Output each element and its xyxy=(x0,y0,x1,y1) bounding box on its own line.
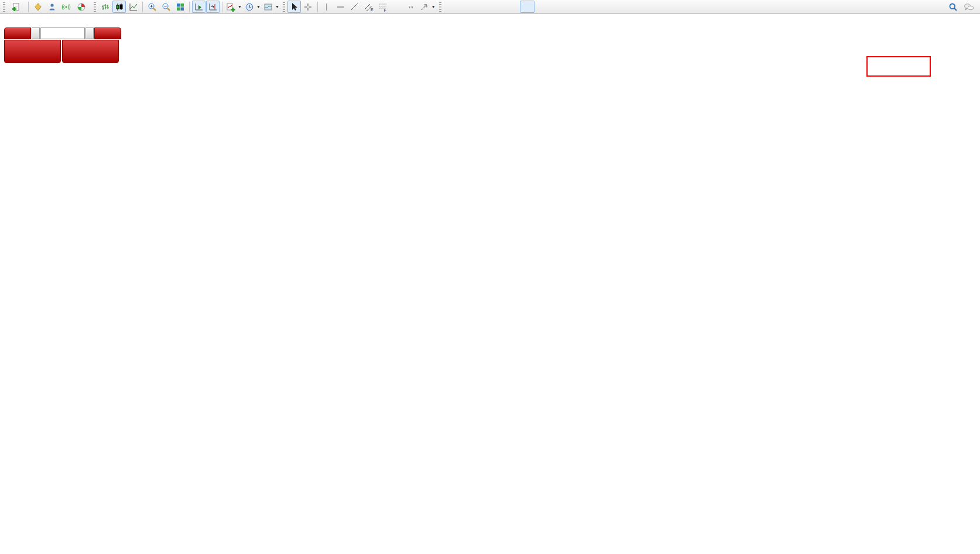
crosshair-icon xyxy=(303,2,313,12)
zoom-out-button[interactable] xyxy=(159,1,173,13)
auto-scroll-icon xyxy=(194,2,204,12)
timeframe-h1-button[interactable] xyxy=(505,1,519,13)
horizontal-line-icon xyxy=(336,2,345,12)
zoom-in-button[interactable] xyxy=(145,1,159,13)
autotrade-icon xyxy=(77,2,86,12)
signals-button[interactable] xyxy=(59,1,73,13)
vertical-line-button[interactable] xyxy=(320,1,334,13)
dropdown-caret[interactable]: ▼ xyxy=(256,5,261,9)
label-tool-button[interactable] xyxy=(405,1,418,13)
timeframe-m5-button[interactable] xyxy=(459,1,474,13)
autotrade-button[interactable] xyxy=(73,1,91,13)
chart-canvas[interactable] xyxy=(0,0,980,554)
clock-icon xyxy=(245,2,254,12)
timeframe-d1-button[interactable] xyxy=(535,1,550,13)
cursor-icon xyxy=(289,2,299,12)
dropdown-caret[interactable]: ▼ xyxy=(275,5,279,9)
price-callout-label[interactable] xyxy=(866,56,931,77)
text-tool-button[interactable] xyxy=(390,1,404,13)
bar-chart-button[interactable] xyxy=(98,1,112,13)
person-icon xyxy=(47,2,57,12)
volume-decrease-button[interactable] xyxy=(32,27,40,39)
sell-price-button[interactable] xyxy=(4,40,61,63)
channel-icon: E xyxy=(364,2,374,12)
toolbar-separator xyxy=(189,2,190,12)
profiles-button[interactable] xyxy=(31,1,44,13)
toolbar-separator xyxy=(317,2,318,12)
toolbar-separator xyxy=(28,2,29,12)
signal-icon xyxy=(61,2,71,12)
tile-windows-button[interactable] xyxy=(173,1,187,13)
buy-button[interactable] xyxy=(94,27,121,39)
timeframe-m1-button[interactable] xyxy=(444,1,458,13)
toolbar-grip[interactable] xyxy=(283,2,285,12)
timeframe-h4-button[interactable] xyxy=(520,1,534,13)
account-button[interactable] xyxy=(45,1,59,13)
auto-scroll-button[interactable] xyxy=(192,1,205,13)
new-order-button[interactable] xyxy=(8,1,26,13)
toolbar-separator xyxy=(142,2,143,12)
svg-text:F: F xyxy=(384,7,387,12)
chart-shift-button[interactable] xyxy=(206,1,220,13)
timeframe-w1-button[interactable] xyxy=(550,1,565,13)
arrow-shape-icon xyxy=(420,2,429,12)
volume-input[interactable] xyxy=(40,27,85,39)
horizontal-line-button[interactable] xyxy=(334,1,348,13)
arrows-button[interactable]: ▼ xyxy=(419,1,437,13)
indicators-icon xyxy=(226,2,235,12)
fibonacci-button[interactable]: F xyxy=(376,1,390,13)
diamond-icon xyxy=(33,2,43,12)
trendline-icon xyxy=(350,2,359,12)
search-button[interactable] xyxy=(946,1,960,13)
search-icon xyxy=(948,2,958,12)
toolbar-grip[interactable] xyxy=(439,2,441,12)
timeframe-m30-button[interactable] xyxy=(489,1,504,13)
toolbar-grip[interactable] xyxy=(3,2,5,12)
one-click-panel xyxy=(4,27,121,63)
indicators-button[interactable]: ▼ xyxy=(225,1,243,13)
svg-text:E: E xyxy=(371,8,374,12)
template-icon xyxy=(263,2,273,12)
periods-button[interactable]: ▼ xyxy=(244,1,262,13)
crosshair-button[interactable] xyxy=(301,1,315,13)
line-chart-button[interactable] xyxy=(126,1,140,13)
toolbar-separator xyxy=(222,2,222,12)
sell-button[interactable] xyxy=(4,27,31,39)
zoom-out-icon xyxy=(162,2,171,12)
cursor-button[interactable] xyxy=(287,1,301,13)
timeframe-mn-button[interactable] xyxy=(566,1,580,13)
volume-increase-button[interactable] xyxy=(85,27,94,39)
new-order-icon xyxy=(11,2,20,12)
toolbar: ▼ ▼ ▼ E F ▼ xyxy=(0,0,980,14)
label-tool-icon xyxy=(409,6,413,8)
toolbar-grip[interactable] xyxy=(94,2,96,12)
zoom-in-icon xyxy=(148,2,157,12)
templates-button[interactable]: ▼ xyxy=(262,1,280,13)
chat-icon xyxy=(964,2,974,12)
trendline-button[interactable] xyxy=(348,1,362,13)
community-button[interactable] xyxy=(962,1,975,13)
vertical-line-icon xyxy=(322,2,331,12)
timeframe-m15-button[interactable] xyxy=(474,1,489,13)
dropdown-caret[interactable]: ▼ xyxy=(238,5,242,9)
line-chart-icon xyxy=(129,2,138,12)
dropdown-caret[interactable]: ▼ xyxy=(431,5,436,9)
tile-windows-icon xyxy=(176,2,185,12)
bar-chart-icon xyxy=(101,2,110,12)
chart-shift-icon xyxy=(208,2,218,12)
channel-button[interactable]: E xyxy=(362,1,376,13)
candlestick-icon xyxy=(115,2,124,12)
fibonacci-icon: F xyxy=(378,2,388,12)
candlestick-chart-button[interactable] xyxy=(112,1,126,13)
buy-price-button[interactable] xyxy=(62,40,119,63)
